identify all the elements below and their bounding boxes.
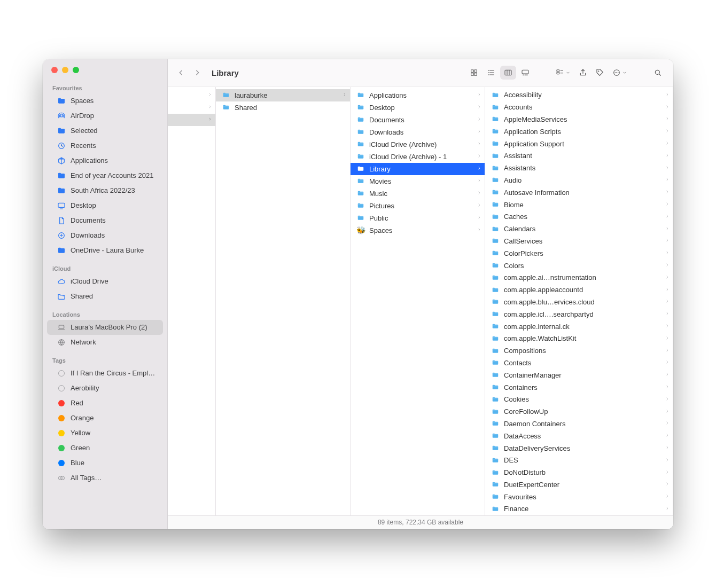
file-row[interactable]: DES <box>485 454 673 466</box>
column-2[interactable]: ApplicationsDesktopDocumentsDownloadsiCl… <box>351 87 485 515</box>
file-row[interactable]: DataAccess <box>485 430 673 442</box>
sidebar-item[interactable]: Network <box>47 335 163 350</box>
file-row[interactable]: AppleMediaServices <box>485 113 673 126</box>
file-row[interactable]: CallServices <box>485 235 673 247</box>
file-row[interactable]: Library <box>351 163 485 175</box>
column-3[interactable]: AccessibilityAccountsAppleMediaServicesA… <box>485 87 673 515</box>
nav-forward-button[interactable] <box>191 67 203 79</box>
sidebar-item[interactable]: All Tags… <box>47 471 163 485</box>
file-row[interactable]: com.apple.icl….searchpartyd <box>485 308 673 320</box>
file-row[interactable]: Application Support <box>485 138 673 150</box>
sidebar-item[interactable]: Laura’s MacBook Pro (2) <box>47 320 163 335</box>
file-row[interactable]: CoreFollowUp <box>485 405 673 418</box>
sidebar-item[interactable]: Blue <box>47 456 163 471</box>
file-row[interactable]: Contacts <box>485 357 673 369</box>
close-window-button[interactable] <box>51 67 58 73</box>
file-row[interactable]: Biome <box>485 199 673 211</box>
file-row[interactable]: Finance <box>485 503 673 515</box>
file-row[interactable]: DuetExpertCenter <box>485 479 673 491</box>
chevron-right-icon <box>665 445 670 451</box>
file-row[interactable]: Pictures <box>351 200 485 212</box>
sidebar-item[interactable]: Downloads <box>47 228 163 243</box>
file-row[interactable]: Favourites <box>485 491 673 503</box>
file-row[interactable]: ColorPickers <box>485 247 673 260</box>
file-name: Containers <box>504 383 661 391</box>
file-row[interactable]: Application Scripts <box>485 126 673 138</box>
file-row[interactable] <box>168 89 215 101</box>
file-row[interactable]: Colors <box>485 260 673 272</box>
share-button[interactable] <box>575 66 591 80</box>
file-row[interactable]: com.apple.ai…nstrumentation <box>485 271 673 284</box>
sidebar-item[interactable]: Aerobility <box>47 381 163 396</box>
file-row[interactable]: Compositions <box>485 344 673 357</box>
sidebar-item[interactable]: Shared <box>47 289 163 304</box>
sidebar-item-label: Applications <box>71 156 157 164</box>
file-row[interactable]: Public <box>351 212 485 224</box>
file-row[interactable]: Audio <box>485 174 673 186</box>
file-row[interactable]: Music <box>351 187 485 200</box>
file-row[interactable]: Assistant <box>485 150 673 162</box>
file-row[interactable]: Calendars <box>485 223 673 235</box>
file-row[interactable]: Autosave Information <box>485 186 673 199</box>
file-row[interactable]: Movies <box>351 175 485 187</box>
file-row[interactable]: ContainerManager <box>485 369 673 381</box>
file-row[interactable]: lauraburke <box>216 89 350 101</box>
file-row[interactable]: DoNotDisturb <box>485 466 673 479</box>
file-row[interactable]: Shared <box>216 101 350 114</box>
file-row[interactable]: Assistants <box>485 162 673 174</box>
file-row[interactable]: Applications <box>351 89 485 101</box>
file-row[interactable]: 🐝Spaces <box>351 224 485 237</box>
column-0[interactable] <box>168 87 216 515</box>
file-row[interactable]: Downloads <box>351 126 485 138</box>
file-row[interactable] <box>168 101 215 114</box>
file-row[interactable]: com.apple.WatchListKit <box>485 332 673 344</box>
file-row[interactable]: Cookies <box>485 393 673 405</box>
view-gallery-button[interactable] <box>517 66 533 80</box>
nav-back-button[interactable] <box>175 67 187 79</box>
sidebar-item[interactable]: South Africa 2022/23 <box>47 183 163 198</box>
file-name: com.apple.appleaccountd <box>504 286 661 294</box>
sidebar-item[interactable]: Orange <box>47 411 163 426</box>
sidebar-item[interactable]: End of year Accounts 2021 <box>47 168 163 183</box>
file-row[interactable]: Caches <box>485 210 673 223</box>
file-row[interactable]: Accessibility <box>485 89 673 101</box>
sidebar-item[interactable]: Documents <box>47 213 163 228</box>
column-1[interactable]: lauraburkeShared <box>216 87 351 515</box>
file-row[interactable]: Containers <box>485 381 673 394</box>
file-row[interactable]: iCloud Drive (Archive) <box>351 138 485 151</box>
sidebar-item[interactable]: AirDrop <box>47 108 163 123</box>
tags-button[interactable] <box>592 66 608 80</box>
sidebar-item[interactable]: Yellow <box>47 426 163 441</box>
file-row[interactable]: iCloud Drive (Archive) - 1 <box>351 151 485 163</box>
sidebar-item[interactable]: iCloud Drive <box>47 274 163 289</box>
minimize-window-button[interactable] <box>62 67 68 73</box>
file-row[interactable] <box>168 114 215 126</box>
sidebar-item[interactable]: Desktop <box>47 198 163 213</box>
toolbar: Library <box>168 59 673 87</box>
file-row[interactable]: com.apple.blu…ervices.cloud <box>485 296 673 308</box>
sidebar-item[interactable]: Selected <box>47 123 163 138</box>
view-icons-button[interactable] <box>466 66 482 80</box>
file-row[interactable]: DataDeliveryServices <box>485 442 673 454</box>
sidebar-item[interactable]: Green <box>47 441 163 456</box>
sidebar-item[interactable]: Recents <box>47 138 163 153</box>
fullscreen-window-button[interactable] <box>73 67 79 73</box>
sidebar-item[interactable]: If I Ran the Circus - Emplo… <box>47 366 163 381</box>
view-list-button[interactable] <box>483 66 499 80</box>
file-row[interactable]: com.apple.internal.ck <box>485 320 673 333</box>
view-columns-button[interactable] <box>500 66 516 80</box>
file-row[interactable]: Daemon Containers <box>485 418 673 430</box>
sidebar-item[interactable]: Red <box>47 396 163 411</box>
file-row[interactable]: Desktop <box>351 101 485 114</box>
search-button[interactable] <box>650 66 666 80</box>
file-row[interactable]: com.apple.appleaccountd <box>485 284 673 296</box>
sidebar-item[interactable]: OneDrive - Laura Burke <box>47 243 163 258</box>
file-name: Shared <box>235 104 347 112</box>
group-by-button[interactable] <box>552 66 574 80</box>
file-row[interactable]: Documents <box>351 114 485 126</box>
more-actions-button[interactable] <box>609 66 631 80</box>
folder-icon <box>356 103 365 112</box>
sidebar-item[interactable]: Applications <box>47 153 163 168</box>
sidebar-item[interactable]: Spaces <box>47 93 163 108</box>
file-row[interactable]: Accounts <box>485 101 673 113</box>
